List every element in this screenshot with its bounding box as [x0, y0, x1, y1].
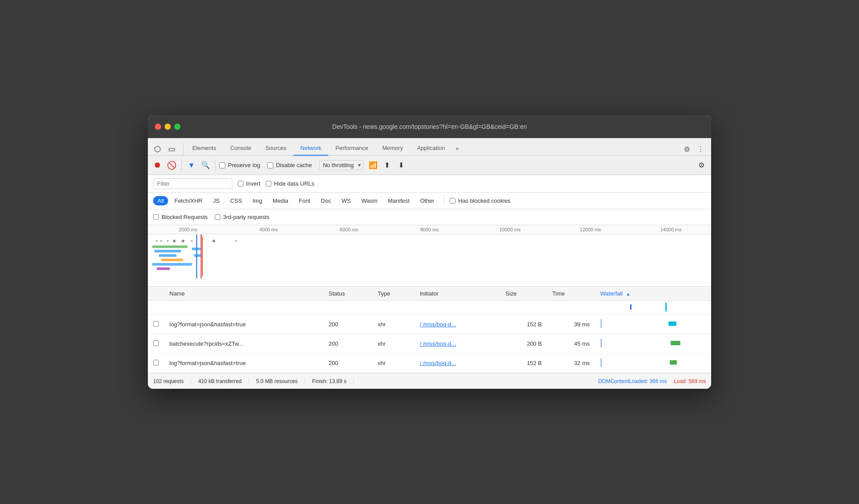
type-filter-media[interactable]: Media — [268, 196, 293, 205]
type-filter-img[interactable]: Img — [248, 196, 267, 205]
tab-network[interactable]: Network — [294, 141, 329, 156]
devtools-settings-icon[interactable]: ⚙ — [680, 143, 694, 155]
row-name-1: log?format=json&hasfast=true — [164, 315, 323, 334]
row-checkbox-2[interactable] — [148, 334, 164, 354]
row-size-1: 152 B — [500, 315, 547, 334]
blocked-requests-checkbox[interactable] — [153, 214, 159, 220]
filter-icon[interactable]: ▼ — [185, 159, 198, 172]
clear-button[interactable]: 🚫 — [165, 159, 178, 172]
type-filter-js[interactable]: JS — [209, 196, 224, 205]
row-initiator-3[interactable]: / /mss/boq-d... — [415, 354, 500, 373]
row-checkbox-1[interactable] — [148, 315, 164, 334]
waterfall-bar-svg-1 — [600, 318, 706, 329]
hide-data-urls-checkbox[interactable] — [266, 181, 272, 186]
type-filter-font[interactable]: Font — [294, 196, 315, 205]
tab-performance[interactable]: Performance — [328, 141, 375, 156]
network-table: Name Status Type Initiator Size Time Wat… — [148, 287, 711, 373]
export-icon[interactable]: ⬇ — [395, 159, 407, 172]
blocked-cookies-label: Has blocked cookies — [458, 197, 510, 204]
svg-rect-18 — [630, 304, 631, 310]
th-checkbox — [148, 287, 164, 301]
preserve-log-checkbox[interactable] — [219, 162, 225, 168]
type-filter-ws[interactable]: WS — [337, 196, 355, 205]
record-button[interactable]: ⏺ — [151, 159, 164, 172]
status-resources: 5.0 MB resources — [249, 378, 305, 384]
table-header: Name Status Type Initiator Size Time Wat… — [148, 287, 711, 315]
svg-rect-23 — [671, 341, 680, 345]
row-status-1: 200 — [323, 315, 373, 334]
dom-content-loaded-line — [196, 234, 197, 278]
tab-memory[interactable]: Memory — [375, 141, 410, 156]
disable-cache-checkbox[interactable] — [267, 162, 273, 168]
invert-group: Invert — [238, 180, 261, 187]
status-dom-content-loaded: DOMContentLoaded: 366 ms — [598, 378, 674, 384]
timeline-area: 2000 ms 4000 ms 6000 ms 8000 ms 10000 ms… — [148, 225, 711, 287]
svg-point-2 — [167, 240, 169, 242]
disable-cache-group: Disable cache — [267, 162, 312, 168]
th-initiator[interactable]: Initiator — [415, 287, 500, 301]
devtools-menu-icon[interactable]: ⋮ — [694, 143, 708, 155]
blocked-cookies-checkbox[interactable] — [450, 198, 455, 204]
search-icon[interactable]: 🔍 — [199, 159, 212, 172]
row-initiator-2[interactable]: / /mss/boq-d... — [415, 334, 500, 354]
table-row[interactable]: log?format=json&hasfast=true 200 xhr / /… — [148, 315, 711, 334]
title-bar: DevTools - news.google.com/topstories?hl… — [148, 115, 711, 138]
network-settings-icon[interactable]: ⚙ — [695, 159, 708, 172]
row-size-3: 152 B — [500, 354, 547, 373]
th-waterfall[interactable]: Waterfall ▲ — [595, 287, 711, 301]
timeline-label-2: 6000 ms — [309, 227, 389, 232]
row-waterfall-2 — [595, 334, 711, 354]
filter-input[interactable] — [153, 178, 232, 189]
invert-checkbox[interactable] — [238, 181, 243, 186]
th-type[interactable]: Type — [372, 287, 415, 301]
type-filter-fetch-xhr[interactable]: Fetch/XHR — [170, 196, 207, 205]
network-conditions-icon[interactable]: 📶 — [367, 159, 379, 172]
more-tabs-icon[interactable]: » — [452, 142, 462, 155]
tab-sources[interactable]: Sources — [258, 141, 294, 156]
svg-rect-14 — [152, 263, 192, 266]
svg-rect-10 — [152, 245, 187, 248]
type-filter-doc[interactable]: Doc — [316, 196, 335, 205]
close-button[interactable] — [155, 124, 161, 130]
type-filter-other[interactable]: Other — [416, 196, 439, 205]
row-name-3: log?format=json&hasfast=true — [164, 354, 323, 373]
timeline-ruler: 2000 ms 4000 ms 6000 ms 8000 ms 10000 ms… — [148, 225, 711, 234]
th-status[interactable]: Status — [323, 287, 373, 301]
tab-bar: ⬡ ▭ Elements Console Sources Network Per… — [148, 138, 711, 156]
tab-console[interactable]: Console — [223, 141, 258, 156]
type-filter-manifest[interactable]: Manifest — [383, 196, 414, 205]
row-initiator-1[interactable]: / /mss/boq-d... — [415, 315, 500, 334]
table-row[interactable]: batchexecute?rpcids=xZTw... 200 xhr / /m… — [148, 334, 711, 354]
waterfall-marker-row — [595, 301, 711, 315]
type-filter-all[interactable]: All — [153, 196, 168, 205]
window-title: DevTools - news.google.com/topstories?hl… — [332, 123, 527, 130]
row-waterfall-3 — [595, 354, 711, 373]
blocked-requests-group: Blocked Requests — [153, 214, 208, 220]
table-row[interactable]: log?format=json&hasfast=true 200 xhr / /… — [148, 354, 711, 373]
row-waterfall-1 — [595, 315, 711, 334]
timeline-label-0: 2000 ms — [148, 227, 228, 232]
sort-arrow-icon: ▲ — [626, 292, 630, 296]
svg-point-6 — [213, 240, 215, 242]
third-party-group: 3rd-party requests — [215, 214, 270, 220]
svg-rect-15 — [157, 267, 170, 270]
type-filter-wasm[interactable]: Wasm — [357, 196, 382, 205]
type-filter-css[interactable]: CSS — [226, 196, 246, 205]
th-name[interactable]: Name — [164, 287, 323, 301]
import-icon[interactable]: ⬆ — [381, 159, 393, 172]
th-time[interactable]: Time — [547, 287, 595, 301]
tab-elements[interactable]: Elements — [185, 141, 223, 156]
device-icon[interactable]: ▭ — [165, 143, 178, 155]
maximize-button[interactable] — [174, 124, 180, 130]
throttle-select[interactable]: No throttling Fast 3G Slow 3G Offline — [319, 160, 363, 170]
svg-point-3 — [173, 240, 176, 242]
status-bar: 102 requests 410 kB transferred 5.0 MB r… — [148, 373, 711, 389]
th-size[interactable]: Size — [500, 287, 547, 301]
row-checkbox-3[interactable] — [148, 354, 164, 373]
timeline-chart[interactable] — [148, 234, 711, 278]
tab-application[interactable]: Application — [410, 141, 452, 156]
waterfall-bar-svg-3 — [600, 357, 706, 368]
inspect-icon[interactable]: ⬡ — [151, 143, 164, 155]
third-party-checkbox[interactable] — [215, 214, 220, 220]
minimize-button[interactable] — [165, 124, 171, 130]
